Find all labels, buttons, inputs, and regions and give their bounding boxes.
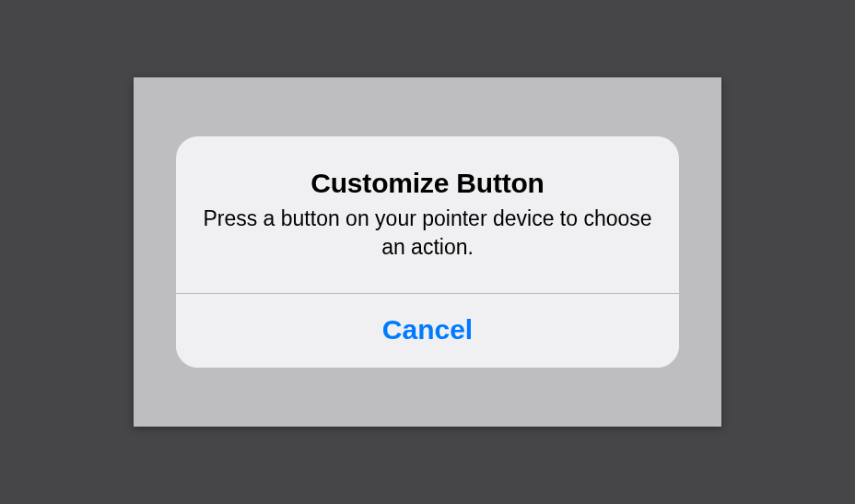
alert-message: Press a button on your pointer device to… xyxy=(202,205,653,262)
cancel-button[interactable]: Cancel xyxy=(176,294,679,368)
dimmed-backdrop: Customize Button Press a button on your … xyxy=(134,77,721,427)
alert-dialog: Customize Button Press a button on your … xyxy=(176,136,679,368)
alert-actions: Cancel xyxy=(176,294,679,368)
alert-title: Customize Button xyxy=(202,168,653,199)
alert-body: Customize Button Press a button on your … xyxy=(176,136,679,293)
